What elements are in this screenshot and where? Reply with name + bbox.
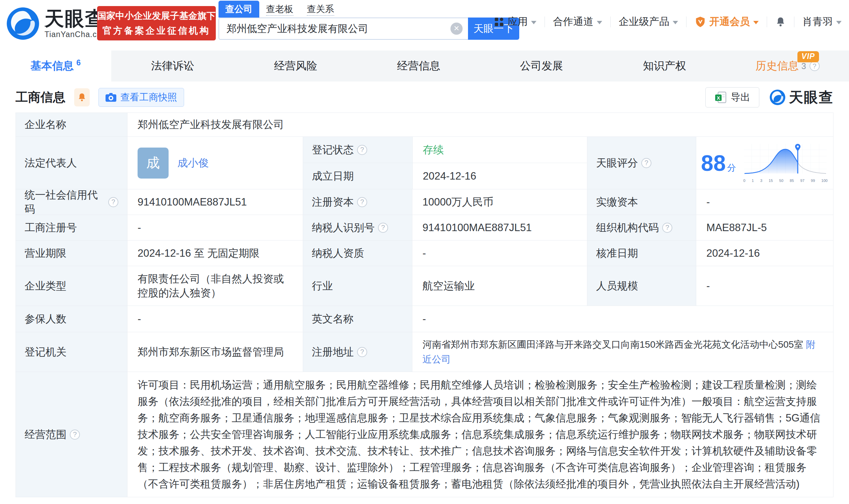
- avatar[interactable]: 成: [138, 147, 169, 179]
- establish-date-value: 2024-12-16: [412, 163, 587, 189]
- reg-capital-value: 10000万人民币: [412, 189, 587, 215]
- field-label: 纳税人资质: [303, 240, 412, 266]
- field-label: 纳税人识别号: [303, 215, 412, 240]
- section-title: 工商信息: [16, 89, 65, 106]
- gov-badge-line1: 国家中小企业发展子基金旗下: [98, 10, 216, 22]
- field-label: 人员规模: [587, 266, 696, 306]
- help-icon[interactable]: [108, 197, 118, 207]
- snapshot-button[interactable]: 查看工商快照: [99, 88, 184, 107]
- chevron-down-icon: [673, 21, 678, 24]
- field-label: 注册资本: [303, 189, 412, 215]
- legal-rep-cell: 成 成小俊: [127, 137, 303, 189]
- export-button[interactable]: X 导出: [705, 87, 759, 107]
- tab-intellectual-property[interactable]: 知识产权: [603, 51, 726, 82]
- table-row: 企业名称 郑州低空产业科技发展有限公司: [16, 113, 833, 137]
- nav-user[interactable]: 肖青羽: [802, 15, 842, 29]
- score-distribution-chart: 0131550859799100: [743, 143, 828, 183]
- field-label: 注册地址: [303, 332, 412, 372]
- company-type-value: 有限责任公司（非自然人投资或控股的法人独资）: [127, 266, 303, 306]
- table-row: 工商注册号 - 纳税人识别号 91410100MAE887JL51 组织机构代码…: [16, 215, 833, 240]
- clear-icon[interactable]: [450, 22, 463, 35]
- tab-operating-risk[interactable]: 经营风险: [234, 51, 358, 82]
- business-scope-value: 许可项目：民用机场运营；通用航空服务；民用航空器维修；民用航空维修人员培训；检验…: [127, 372, 833, 497]
- score-value: 88: [701, 150, 726, 176]
- org-code-value: MAE887JL-5: [696, 215, 833, 240]
- table-row: 统一社会信用代码 91410100MAE887JL51 注册资本 10000万人…: [16, 189, 833, 215]
- svg-text:X: X: [717, 95, 720, 101]
- search-tab-company[interactable]: 查公司: [219, 1, 259, 18]
- field-label: 登记机关: [16, 332, 127, 372]
- chevron-down-icon: [531, 21, 536, 24]
- field-label: 统一社会信用代码: [16, 189, 127, 215]
- nav-enterprise-products[interactable]: 企业级产品: [619, 15, 678, 29]
- field-label: 英文名称: [303, 306, 412, 332]
- approval-date-value: 2024-12-16: [696, 240, 833, 266]
- help-icon[interactable]: [378, 223, 388, 233]
- crown-icon: [695, 16, 706, 28]
- divider: [544, 17, 545, 27]
- tab-operating-info[interactable]: 经营信息: [357, 51, 480, 82]
- field-label: 行业: [303, 266, 412, 306]
- table-row: 法定代表人 成 成小俊 登记状态 存续 成立日期 2024-12-16 天眼评分…: [16, 137, 833, 189]
- reg-address-value: 河南省郑州市郑东新区圃田泽路与开来路交叉口向南150米路西金光花苑文化活动中心5…: [412, 332, 833, 372]
- table-row: 参保人数 - 英文名称 -: [16, 306, 833, 332]
- vip-badge: VIP: [797, 51, 819, 62]
- nav-apps[interactable]: 应用: [494, 15, 536, 29]
- field-label: 成立日期: [303, 163, 412, 189]
- table-row: 登记机关 郑州市郑东新区市场监督管理局 注册地址 河南省郑州市郑东新区圃田泽路与…: [16, 332, 833, 372]
- subscribe-bell-button[interactable]: [74, 88, 90, 106]
- help-icon[interactable]: [357, 347, 367, 357]
- help-icon[interactable]: [70, 430, 80, 440]
- nav-notifications[interactable]: [775, 16, 786, 28]
- nav-open-membership[interactable]: 开通会员: [695, 15, 759, 29]
- field-label: 实缴资本: [587, 189, 696, 215]
- field-label: 经营范围: [16, 372, 127, 497]
- industry-value: 航空运输业: [412, 266, 587, 306]
- divider: [686, 17, 687, 27]
- tab-company-development[interactable]: 公司发展: [480, 51, 603, 82]
- field-label: 工商注册号: [16, 215, 127, 240]
- bell-icon: [775, 16, 786, 28]
- help-icon[interactable]: [357, 145, 367, 155]
- section-head: 工商信息 查看工商快照 X 导出: [16, 87, 833, 108]
- help-icon[interactable]: [357, 197, 367, 207]
- taxpayer-quality-value: -: [412, 240, 587, 266]
- top-nav: 应用 合作通道 企业级产品 开通会员 肖青羽: [494, 15, 842, 29]
- business-term-value: 2024-12-16 至 无固定期限: [127, 240, 303, 266]
- tyc-logo-icon: [6, 7, 40, 40]
- tab-basic-info[interactable]: 基本信息6: [0, 51, 111, 82]
- gov-certification-badge: 国家中小企业发展子基金旗下 官方备案企业征信机构: [97, 6, 216, 40]
- field-label: 营业期限: [16, 240, 127, 266]
- tianyancha-logo[interactable]: 天眼查 TianYanCha.com: [6, 7, 108, 40]
- apps-grid-icon: [494, 17, 504, 27]
- reg-number-value: -: [127, 215, 303, 240]
- table-row: 经营范围 许可项目：民用机场运营；通用航空服务；民用航空器维修；民用航空维修人员…: [16, 372, 833, 497]
- score-cell: 88分: [696, 137, 833, 189]
- help-icon[interactable]: [662, 223, 672, 233]
- search-input[interactable]: [219, 23, 468, 34]
- table-row: 企业类型 有限责任公司（非自然人投资或控股的法人独资） 行业 航空运输业 人员规…: [16, 266, 833, 306]
- search-input-wrap: [219, 18, 468, 40]
- paid-capital-value: -: [696, 189, 833, 215]
- nav-cooperation[interactable]: 合作通道: [553, 15, 602, 29]
- field-label: 核准日期: [587, 240, 696, 266]
- score-axis: 0131550859799100: [743, 179, 828, 183]
- search-tab-boss[interactable]: 查老板: [259, 1, 300, 18]
- help-icon[interactable]: [810, 61, 820, 71]
- tab-count: 6: [76, 58, 81, 67]
- credit-code-value: 91410100MAE887JL51: [127, 189, 303, 215]
- tab-legal-proceedings[interactable]: 法律诉讼: [111, 51, 234, 82]
- search-area: 查公司 查老板 查关系 天眼一下: [219, 2, 519, 40]
- legal-rep-link[interactable]: 成小俊: [177, 156, 209, 170]
- insured-count-value: -: [127, 306, 303, 332]
- taxpayer-id-value: 91410100MAE887JL51: [412, 215, 587, 240]
- table-row: 营业期限 2024-12-16 至 无固定期限 纳税人资质 - 核准日期 202…: [16, 240, 833, 266]
- field-label: 企业名称: [16, 113, 127, 137]
- tab-history-info[interactable]: VIP 历史信息 3: [726, 51, 849, 82]
- help-icon[interactable]: [641, 158, 652, 168]
- field-label: 组织机构代码: [587, 215, 696, 240]
- search-tab-relation[interactable]: 查关系: [300, 1, 341, 18]
- field-label: 参保人数: [16, 306, 127, 332]
- search-tabs: 查公司 查老板 查关系: [219, 2, 519, 18]
- field-label: 登记状态: [303, 137, 412, 163]
